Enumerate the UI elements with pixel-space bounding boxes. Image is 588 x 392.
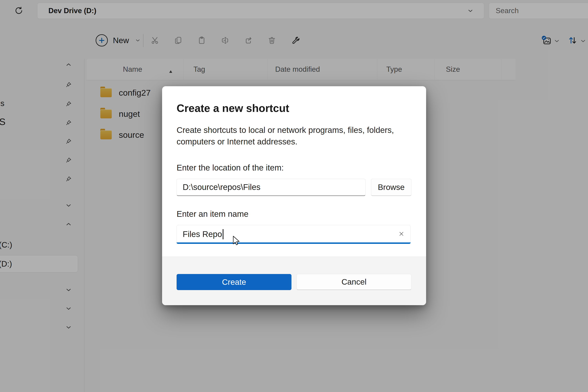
clear-icon[interactable]	[398, 230, 405, 238]
create-button-label: Create	[222, 278, 246, 286]
location-input[interactable]	[176, 179, 366, 196]
create-button[interactable]: Create	[176, 274, 292, 290]
dialog-title: Create a new shortcut	[176, 102, 289, 114]
browse-button-label: Browse	[378, 183, 405, 192]
dialog-description: Create shortcuts to local or network pro…	[176, 124, 404, 148]
browse-button[interactable]: Browse	[371, 179, 412, 196]
cancel-button-label: Cancel	[342, 277, 366, 286]
item-name-label: Enter an item name	[176, 209, 248, 219]
location-label: Enter the location of the item:	[176, 163, 284, 172]
dialog-footer: Create Cancel	[162, 256, 426, 305]
create-shortcut-dialog: Create a new shortcut Create shortcuts t…	[162, 86, 426, 305]
item-name-value: Files Repo	[183, 230, 222, 239]
focus-underline	[176, 242, 410, 244]
item-name-input[interactable]: Files Repo	[176, 225, 410, 244]
file-explorer-window: Dev Drive (D:) New	[0, 0, 588, 392]
text-caret	[223, 229, 224, 239]
cancel-button[interactable]: Cancel	[296, 274, 412, 290]
